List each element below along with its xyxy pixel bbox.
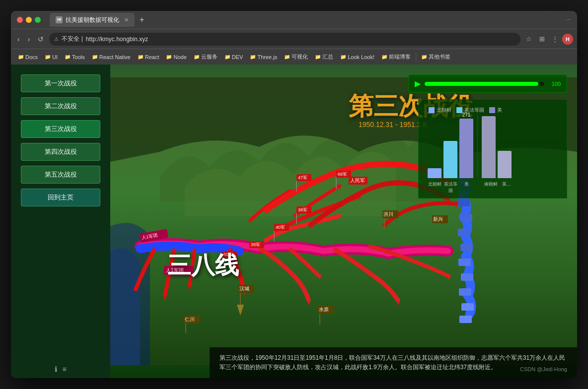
legend-label-north-korea: 北朝鲜: [437, 107, 451, 114]
legend-label-us: 美: [497, 107, 502, 114]
bookmark-threejs[interactable]: 📁 Three.js: [247, 53, 280, 62]
legend-color-north-korea: [429, 107, 435, 113]
legend-color-us: [489, 107, 495, 113]
address-bar[interactable]: ⚠ 不安全 | http://kmyc.hongbin.xyz: [49, 33, 520, 46]
bookmark-label: Node: [173, 54, 186, 60]
bookmark-node[interactable]: 📁 Node: [163, 53, 189, 62]
sidebar-footer: ℹ ≡: [55, 365, 66, 373]
bookmark-cloud[interactable]: 📁 云服务: [191, 52, 220, 62]
tab-title: 抗美援朝数据可视化: [66, 16, 119, 24]
bookmark-viz[interactable]: 📁 可视化: [281, 52, 311, 62]
active-tab[interactable]: 🗺 抗美援朝数据可视化 ✕: [50, 13, 135, 27]
chart-x-label-4: 南朝鲜: [484, 181, 498, 194]
bookmark-docs[interactable]: 📁 Docs: [15, 53, 41, 62]
watermark: CSDN @Jedi·Hong: [520, 366, 567, 372]
battle-2-button[interactable]: 第二次战役: [21, 97, 100, 115]
bookmark-label: 汇总: [322, 53, 333, 61]
new-tab-button[interactable]: +: [137, 15, 147, 24]
menu-icon[interactable]: ≡: [62, 365, 66, 373]
tab-favicon: 🗺: [56, 16, 63, 23]
folder-icon: 📁: [284, 54, 290, 60]
video-controls: ▶ 100: [408, 74, 567, 93]
chart-x-label-3: 美: [459, 181, 473, 194]
maximize-button[interactable]: [35, 17, 41, 23]
info-icon[interactable]: ℹ: [55, 365, 57, 373]
navbar: ‹ › ↺ ⚠ 不安全 | http://kmyc.hongbin.xyz ☆ …: [11, 29, 577, 49]
bookmark-label: React: [145, 54, 159, 60]
bar-uk-france: [443, 141, 457, 178]
content-area: 第一次战役 第二次战役 第三次战役 第四次战役 第五次战役 回到主页 ℹ ≡: [11, 65, 577, 378]
bookmark-blog[interactable]: 📁 前端博客: [378, 52, 414, 62]
bookmark-label: 前端博客: [389, 53, 411, 61]
folder-icon: 📁: [381, 54, 387, 60]
bookmark-react-native[interactable]: 📁 React Native: [89, 53, 134, 62]
home-button[interactable]: 回到主页: [21, 189, 100, 206]
reload-button[interactable]: ↺: [35, 33, 46, 45]
minimize-button[interactable]: [26, 17, 32, 23]
bookmark-react[interactable]: 📁 React: [135, 53, 162, 62]
bookmark-dev[interactable]: 📁 DEV: [221, 53, 246, 62]
chart-legend: 北朝鲜 英法等国 美: [424, 105, 562, 116]
folder-icon: 📁: [250, 54, 256, 60]
more-icon[interactable]: ⋮: [549, 34, 560, 45]
extensions-icon[interactable]: ⊞: [536, 34, 547, 45]
traffic-lights: [17, 17, 41, 23]
bar-us-value: 271: [462, 112, 471, 118]
battle-3-button[interactable]: 第三次战役: [21, 120, 100, 138]
legend-us: 美: [489, 107, 502, 114]
bar-us: [459, 119, 473, 178]
sidebar: 第一次战役 第二次战役 第三次战役 第四次战役 第五次战役 回到主页 ℹ ≡: [11, 65, 110, 378]
bookmark-label: 其他书签: [429, 53, 450, 61]
bookmark-tools[interactable]: 📁 Tools: [62, 53, 88, 62]
profile-button[interactable]: H: [562, 34, 573, 45]
bookmark-label: Look Look!: [348, 54, 374, 60]
bookmark-others[interactable]: 📁 其他书签: [418, 52, 453, 62]
battle-5-label: 第五次战役: [45, 170, 77, 179]
bar-chart: 北朝鲜 英法等国 美: [418, 99, 567, 198]
battle-5-button[interactable]: 第五次战役: [21, 166, 100, 184]
battle-4-button[interactable]: 第四次战役: [21, 143, 100, 161]
battle-1-button[interactable]: 第一次战役: [21, 74, 100, 92]
bookmark-looklook[interactable]: 📁 Look Look!: [337, 53, 377, 62]
description-text: 第三次战役，1950年12月31日至1951年1月8日，联合国军34万人在三八线…: [220, 353, 567, 372]
url-text: 不安全 |: [62, 35, 82, 43]
forward-button[interactable]: ›: [25, 33, 33, 45]
security-icon: ⚠: [54, 36, 59, 42]
folder-icon: 📁: [45, 54, 51, 60]
battle-3-label: 第三次战役: [45, 125, 77, 133]
bar-south-korea: [482, 116, 496, 178]
folder-icon: 📁: [421, 54, 427, 60]
bookmark-ui[interactable]: 📁 UI: [42, 53, 61, 62]
folder-icon: 📁: [92, 54, 98, 60]
progress-bar-container[interactable]: [425, 82, 544, 86]
folder-icon: 📁: [340, 54, 346, 60]
chart-divider: [477, 114, 478, 178]
tab-close-icon[interactable]: ✕: [124, 17, 129, 23]
bookmark-label: React Native: [99, 54, 131, 60]
folder-icon: 📁: [166, 54, 172, 60]
progress-value: 100: [548, 81, 561, 87]
battle-1-label: 第一次战役: [45, 79, 77, 88]
home-label: 回到主页: [48, 193, 74, 202]
play-button[interactable]: ▶: [415, 79, 421, 88]
back-button[interactable]: ‹: [15, 33, 22, 45]
nav-right-icons: ☆ ⊞ ⋮ H: [523, 34, 573, 45]
titlebar: 🗺 抗美援朝数据可视化 ✕ + ⋯: [11, 11, 577, 29]
folder-icon: 📁: [65, 54, 71, 60]
folder-icon: 📁: [138, 54, 144, 60]
bookmark-label: 可视化: [292, 53, 308, 61]
bookmark-label: Tools: [72, 54, 85, 60]
bookmark-label: Docs: [25, 54, 38, 60]
folder-icon: 📁: [194, 54, 200, 60]
description-panel: 第三次战役，1950年12月31日至1951年1月8日，联合国军34万人在三八线…: [210, 347, 577, 378]
bookmark-star-icon[interactable]: ☆: [523, 34, 534, 45]
legend-north-korea: 北朝鲜: [429, 107, 451, 114]
browser-window: 🗺 抗美援朝数据可视化 ✕ + ⋯ ‹ › ↺ ⚠ 不安全 | http://k…: [11, 11, 577, 378]
chart-x-label-1: 北朝鲜: [428, 181, 441, 194]
close-button[interactable]: [17, 17, 23, 23]
viz-area: 47军 66军 38军 40军 39军 50军: [110, 65, 577, 378]
bookmark-label: Three.js: [257, 54, 277, 60]
bar-uk2: [498, 151, 512, 178]
bookmark-separator: [416, 53, 416, 62]
bookmark-summary[interactable]: 📁 汇总: [312, 52, 336, 62]
